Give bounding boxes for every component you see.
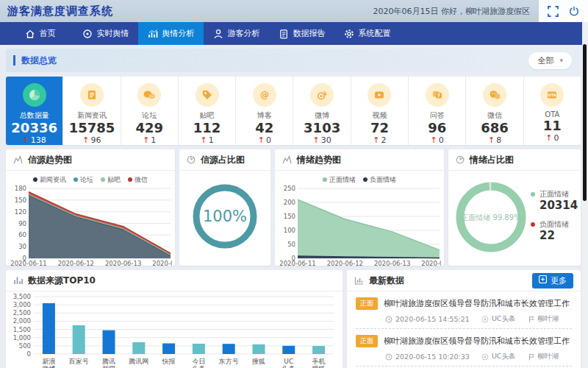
stat-card-9[interactable]: 微信686↑8 <box>466 77 523 145</box>
legend-label: 论坛 <box>80 175 93 185</box>
chevron-down-icon: ▾ <box>559 57 563 64</box>
legend-item[interactable]: 正面情绪 <box>323 174 356 185</box>
panel-emotion-pie: 情绪占比图 正面情绪 99.89% 正面情绪20314负面情绪22 <box>448 149 581 266</box>
legend-item[interactable]: 微信 <box>128 174 148 185</box>
legend-item[interactable]: 负面情绪 <box>363 174 396 185</box>
chart-legend: 新闻资讯论坛贴吧微信 <box>6 171 175 185</box>
realtime-icon <box>82 29 93 39</box>
news-item-1[interactable]: 正面柳叶湖旅游度假区领导督导防汛和城市长效管理工作2020-06-15 14:5… <box>356 291 572 329</box>
stat-change-value: 96 <box>91 135 101 145</box>
emotion-donut: 正面情绪 99.89% <box>448 171 531 266</box>
news-site: 柳叶湖 <box>528 352 559 361</box>
stat-card-2[interactable]: 新闻资讯15785↑96 <box>63 77 121 145</box>
filter-value: 全部 <box>537 55 553 66</box>
stat-card-7[interactable]: 视频72↑2 <box>351 77 409 145</box>
svg-text:150: 150 <box>15 197 26 204</box>
svg-text:@: @ <box>260 90 269 100</box>
svg-text:快报: 快报 <box>162 358 176 365</box>
stat-change-value: 1 <box>209 135 214 145</box>
stat-label: 微信 <box>487 110 502 121</box>
scrollbar-track[interactable] <box>582 22 588 368</box>
nav-item-3[interactable]: 舆情分析 <box>138 22 204 45</box>
svg-text:2020-06-14: 2020-06-14 <box>421 260 441 266</box>
app-title: 游客满意度调查系统 <box>0 4 113 18</box>
svg-text:腾讯新闻: 腾讯新闻 <box>102 358 115 368</box>
panel-top10: 数据来源TOP10 05001,0001,5002,0002,5003,0003… <box>6 270 343 368</box>
legend-label: 新闻资讯 <box>40 175 66 185</box>
svg-text:2,000: 2,000 <box>13 317 31 325</box>
svg-text:100: 100 <box>284 227 295 234</box>
nav-item-5[interactable]: 数据报告 <box>269 22 334 45</box>
panel-source-pie: 信源占比图 100% <box>179 149 270 266</box>
svg-text:0: 0 <box>27 350 31 358</box>
news-source: UC头条 <box>481 314 516 324</box>
stat-icon-wrap: ? <box>426 83 449 107</box>
svg-text:1,500: 1,500 <box>13 326 31 333</box>
scrollbar-thumb[interactable] <box>583 44 587 201</box>
stat-change-value: 30 <box>321 135 331 145</box>
section-accent <box>13 55 15 66</box>
legend-label: 负面情绪 <box>539 219 569 230</box>
stat-card-10[interactable]: OTAOTA11↑0 <box>524 77 581 145</box>
qa-icon: ? <box>431 89 443 101</box>
svg-text:OTA: OTA <box>548 93 556 97</box>
sentiment-badge: 正面 <box>356 335 378 347</box>
legend-item[interactable]: 新闻资讯 <box>33 174 66 185</box>
panel-title: 信源趋势图 <box>28 154 72 166</box>
nav-item-4[interactable]: 游客分析 <box>204 22 269 45</box>
stat-change-value: 138 <box>31 135 46 145</box>
power-icon[interactable] <box>569 6 579 16</box>
legend-label: 正面情绪 <box>329 175 356 185</box>
trend-chart-icon <box>13 153 23 167</box>
stat-change-value: 8 <box>496 135 501 145</box>
legend-item[interactable]: 论坛 <box>74 174 93 185</box>
panel-title: 数据来源TOP10 <box>28 275 96 287</box>
nav-item-1[interactable]: 首页 <box>7 22 73 45</box>
nav-item-2[interactable]: 实时舆情 <box>73 22 138 45</box>
legend-dot <box>33 177 37 182</box>
news-time: 2020-06-15 14:55:21 <box>385 315 470 323</box>
topbar: 游客满意度调查系统 2020年06月15日 你好，柳叶湖旅游度假区 <box>0 0 588 22</box>
svg-text:2020-06-12: 2020-06-12 <box>327 260 363 266</box>
stat-change-value: 0 <box>553 133 559 143</box>
fullscreen-icon[interactable] <box>548 6 559 17</box>
panel-title: 最新数据 <box>369 275 404 287</box>
stat-card-5[interactable]: @博客42↑0 <box>236 77 293 145</box>
news-item-2[interactable]: 正面柳叶湖旅游度假区领导督导防汛和城市长效管理工作2020-06-15 10:2… <box>356 329 572 367</box>
stat-card-4[interactable]: 贴吧112↑1 <box>179 77 236 145</box>
stat-card-3[interactable]: 论坛429↑1 <box>121 77 179 145</box>
news-meta-row: 2020-06-15 10:20:33UC头条柳叶湖 <box>385 352 572 361</box>
weibo-icon <box>316 89 328 101</box>
legend-label: 微信 <box>135 175 148 185</box>
news-source-text: UC头条 <box>492 314 516 324</box>
stat-value: 429 <box>135 121 163 135</box>
stat-label: 总数据量 <box>20 110 49 121</box>
up-arrow-icon: ↑ <box>545 133 552 143</box>
more-button[interactable]: 更多 <box>532 273 573 289</box>
stat-change-value: 0 <box>439 135 444 145</box>
stat-card-8[interactable]: ?问答96↑0 <box>409 77 466 145</box>
svg-text:50: 50 <box>287 241 295 248</box>
stat-card-1[interactable]: 总数据量20336↑138 <box>6 77 63 145</box>
svg-text:2020-06-12: 2020-06-12 <box>58 260 94 266</box>
pie-legend-entry[interactable]: 正面情绪20314 <box>531 189 578 212</box>
stat-icon-wrap <box>310 83 334 107</box>
nav-label: 游客分析 <box>228 28 260 39</box>
nav-item-6[interactable]: 系统配置 <box>334 22 400 45</box>
svg-text:2020-06-13: 2020-06-13 <box>374 260 410 266</box>
stat-label: 论坛 <box>142 110 157 121</box>
legend-label: 正面情绪 <box>539 189 569 199</box>
stat-card-6[interactable]: 微博3103↑30 <box>293 77 351 145</box>
news-meta-row: 2020-06-15 14:55:21UC头条柳叶湖 <box>385 314 572 324</box>
legend-dot <box>531 192 535 197</box>
more-label: 更多 <box>551 275 567 286</box>
news-source-text: UC头条 <box>492 352 516 361</box>
site-icon <box>528 353 535 361</box>
topbar-actions <box>539 0 588 22</box>
pie-chart-icon <box>187 153 196 167</box>
stat-change-value: 1 <box>151 135 156 145</box>
legend-item[interactable]: 贴吧 <box>101 174 121 185</box>
pie-legend-entry[interactable]: 负面情绪22 <box>531 219 578 242</box>
svg-text:3,000: 3,000 <box>13 301 31 308</box>
filter-dropdown[interactable]: 全部 ▾ <box>528 52 572 69</box>
